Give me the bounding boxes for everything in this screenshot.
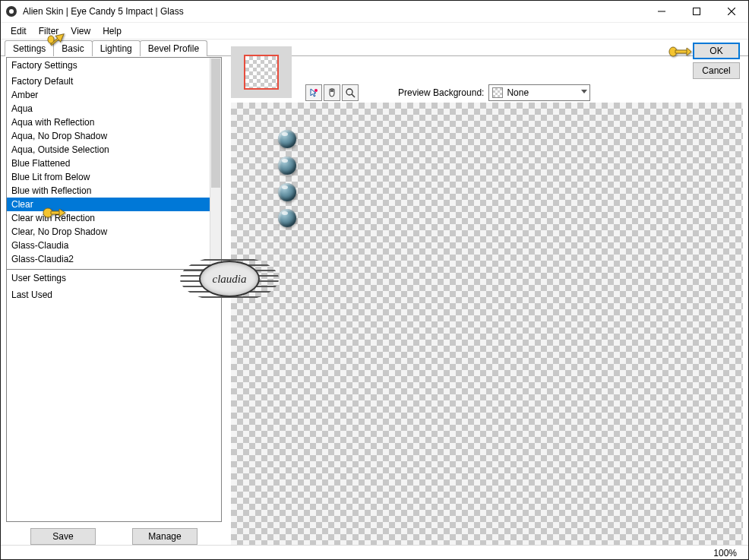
glass-sphere-icon (278, 130, 296, 148)
settings-panel: Factory Settings Factory DefaultAmberAqu… (6, 57, 222, 545)
status-bar: 100% (0, 545, 749, 560)
preset-item[interactable]: Blue with Reflection (7, 184, 210, 198)
settings-buttons: Save Manage (6, 522, 222, 545)
close-button[interactable] (714, 0, 749, 22)
svg-rect-1 (694, 8, 700, 14)
preview-canvas[interactable] (231, 103, 743, 545)
scroll-thumb[interactable] (211, 59, 220, 188)
titlebar: Alien Skin | Eye Candy 5 Impact | Glass (0, 0, 749, 23)
tab-basic[interactable]: Basic (53, 40, 92, 56)
zoom-level: 100% (713, 548, 737, 558)
preset-item[interactable]: Blue Lit from Below (7, 170, 210, 184)
menu-edit[interactable]: Edit (5, 24, 33, 38)
thumbnail-strip[interactable] (231, 46, 292, 98)
tab-bevel-profile[interactable]: Bevel Profile (140, 40, 207, 56)
preview-bg-dropdown[interactable]: None (488, 84, 590, 101)
glass-sphere-icon (278, 183, 296, 201)
user-header: User Settings (7, 270, 221, 286)
factory-header: Factory Settings (7, 58, 221, 73)
preset-item[interactable]: Clear, No Drop Shadow (7, 225, 210, 239)
chevron-down-icon (581, 90, 587, 93)
preset-item[interactable]: Aqua with Reflection (7, 115, 210, 129)
manage-button[interactable]: Manage (132, 528, 198, 545)
dialog-buttons: OK Cancel (693, 43, 740, 79)
tool-hand-icon[interactable] (324, 84, 340, 101)
transparency-swatch-icon (492, 87, 503, 98)
preset-item[interactable]: Factory Default (7, 74, 210, 88)
preset-item[interactable]: Aqua, No Drop Shadow (7, 129, 210, 143)
preset-item[interactable]: Clear with Reflection (7, 211, 210, 225)
preset-item[interactable]: Glass-Claudia3 (7, 266, 210, 269)
preset-item[interactable]: Aqua, Outside Selection (7, 143, 210, 157)
cancel-button[interactable]: Cancel (693, 62, 740, 79)
preview-panel: Preview Background: None (231, 57, 743, 545)
preset-item[interactable]: Amber (7, 88, 210, 102)
minimize-button[interactable] (644, 0, 679, 22)
window-controls (644, 0, 749, 22)
svg-point-6 (314, 89, 318, 92)
preview-bg-label: Preview Background: (398, 87, 484, 98)
user-settings-list: User Settings Last Used (6, 270, 222, 522)
preview-bg-row: Preview Background: None (398, 84, 590, 101)
glass-sphere-icon (278, 209, 296, 227)
thumbnail-selected[interactable] (244, 55, 279, 90)
menu-view[interactable]: View (65, 24, 96, 38)
glass-sphere-icon (278, 157, 296, 175)
factory-settings-list: Factory Settings Factory DefaultAmberAqu… (6, 57, 222, 270)
menu-filter[interactable]: Filter (33, 24, 65, 38)
svg-line-8 (352, 94, 355, 97)
tab-settings[interactable]: Settings (5, 40, 54, 56)
menubar: Edit Filter View Help (0, 23, 749, 40)
user-preset-item[interactable]: Last Used (7, 288, 221, 302)
tool-pointer-icon[interactable] (305, 84, 322, 101)
maximize-button[interactable] (679, 0, 714, 22)
svg-point-7 (346, 89, 352, 95)
preview-bg-value: None (507, 87, 529, 98)
window-title: Alien Skin | Eye Candy 5 Impact | Glass (23, 6, 644, 17)
preview-tools (305, 84, 360, 101)
preset-item[interactable]: Aqua (7, 102, 210, 115)
preset-item[interactable]: Glass-Claudia (7, 239, 210, 252)
ok-button[interactable]: OK (693, 43, 740, 59)
save-button[interactable]: Save (30, 528, 96, 545)
preset-scroll[interactable]: Factory DefaultAmberAquaAqua with Reflec… (7, 74, 210, 269)
menu-help[interactable]: Help (96, 24, 128, 38)
preset-item[interactable]: Blue Flattened (7, 157, 210, 170)
tab-lighting[interactable]: Lighting (92, 40, 141, 56)
content-area: Factory Settings Factory DefaultAmberAqu… (6, 57, 743, 545)
app-icon (6, 6, 17, 17)
tool-zoom-icon[interactable] (342, 84, 359, 101)
scrollbar-vertical[interactable] (210, 58, 221, 269)
tab-row: Settings Basic Lighting Bevel Profile (0, 40, 749, 56)
preset-item[interactable]: Glass-Claudia2 (7, 252, 210, 266)
preset-item[interactable]: Clear (7, 198, 210, 211)
